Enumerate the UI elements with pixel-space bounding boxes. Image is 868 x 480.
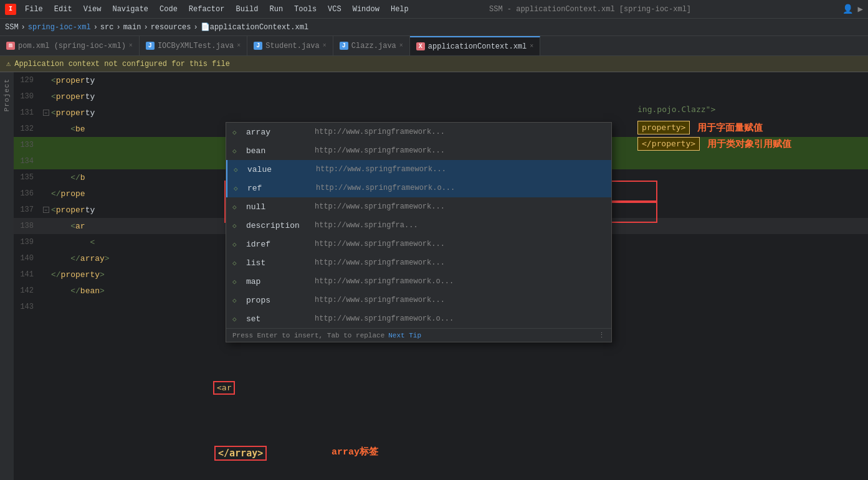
ac-name-props: props	[246, 296, 315, 305]
ac-url-null: http://www.springframework...	[315, 202, 445, 211]
ac-url-description: http://www.springfra...	[315, 221, 418, 230]
right-panel: property> 用于字面量赋值 </property> 用于类对象引用赋值 …	[637, 72, 868, 480]
ac-name-description: description	[246, 221, 315, 230]
right-134: </property> 用于类对象引用赋值	[637, 137, 868, 151]
ac-icon-value: ◇	[234, 164, 244, 174]
ac-item-props[interactable]: ◇ props http://www.springframework...	[226, 291, 611, 309]
footer-options[interactable]: ⋮	[598, 331, 605, 339]
ac-url-set: http://www.springframework.o...	[315, 314, 454, 323]
menu-view[interactable]: View	[79, 4, 107, 15]
breadcrumb-module[interactable]: spring-ioc-xml	[28, 23, 91, 32]
ac-name-idref: idref	[246, 240, 315, 249]
array-close-text: </array>	[218, 448, 263, 459]
tab-icon-pom: m	[6, 42, 15, 50]
tab-ioctest[interactable]: J IOCByXMLTest.java ×	[140, 36, 247, 55]
tab-student[interactable]: J Student.java ×	[247, 36, 333, 55]
sidebar-strip: Project	[0, 72, 14, 480]
right-132: ing.pojo.Clazz">	[637, 105, 868, 115]
line-num-135: 135	[16, 173, 41, 182]
menu-help[interactable]: Help	[386, 4, 414, 15]
tab-clazz[interactable]: J Clazz.java ×	[333, 36, 410, 55]
autocomplete-dropdown: ◇ array http://www.springframework... ◇ …	[226, 122, 612, 342]
ac-item-value[interactable]: ◇ value http://www.springframework...	[226, 160, 611, 179]
menu-code[interactable]: Code	[155, 4, 183, 15]
ref-comment: 用于类对象引用赋值	[707, 138, 791, 150]
ac-url-array: http://www.springframework...	[315, 128, 445, 136]
ac-item-set[interactable]: ◇ set http://www.springframework.o...	[226, 309, 611, 328]
ac-name-set: set	[246, 314, 315, 324]
menu-file[interactable]: File	[20, 4, 48, 15]
clazz-attr-val: ing.pojo.Clazz">	[637, 105, 715, 114]
tab-close-student[interactable]: ×	[323, 42, 327, 49]
fold-icon-137[interactable]: −	[43, 207, 49, 213]
ac-item-list[interactable]: ◇ list http://www.springframework...	[226, 253, 611, 272]
ac-url-bean: http://www.springframework...	[315, 146, 445, 155]
ac-item-null[interactable]: ◇ null http://www.springframework...	[226, 197, 611, 216]
tabs-bar: m pom.xml (spring-ioc-xml) × J IOCByXMLT…	[0, 36, 868, 56]
line-num-134: 134	[16, 157, 41, 166]
property-close-text: </property>	[642, 139, 695, 148]
ac-item-map[interactable]: ◇ map http://www.springframework.o...	[226, 272, 611, 291]
line-num-143: 143	[16, 303, 41, 311]
menu-run[interactable]: Run	[264, 4, 288, 15]
ac-name-map: map	[246, 277, 315, 286]
tab-close-pom[interactable]: ×	[129, 42, 133, 49]
ac-item-array[interactable]: ◇ array http://www.springframework...	[226, 123, 611, 141]
menu-navigate[interactable]: Navigate	[107, 4, 153, 15]
tab-icon-appcontext: X	[416, 42, 425, 50]
breadcrumb-main[interactable]: main	[123, 23, 141, 32]
ac-icon-list: ◇	[232, 258, 242, 268]
menu-vcs[interactable]: VCS	[323, 4, 346, 15]
breadcrumb-ssm[interactable]: SSM	[5, 23, 19, 32]
breadcrumb-filename[interactable]: applicationContext.xml	[210, 23, 308, 32]
warning-text: Application context not configured for t…	[14, 60, 230, 68]
ar-box: <ar	[213, 381, 235, 395]
menu-refactor[interactable]: Refactor	[184, 4, 230, 15]
fold-gutter-131: −	[41, 110, 51, 116]
tab-close-clazz[interactable]: ×	[399, 42, 403, 49]
ac-item-idref[interactable]: ◇ idref http://www.springframework...	[226, 235, 611, 253]
tab-close-appcontext[interactable]: ×	[530, 43, 533, 50]
ac-item-bean[interactable]: ◇ bean http://www.springframework...	[226, 141, 611, 160]
fold-gutter-137: −	[41, 207, 51, 213]
code-editor[interactable]: 129 <property 130 <property 131 − <prope…	[14, 72, 868, 480]
line-num-136: 136	[16, 189, 41, 198]
tab-close-ioctest[interactable]: ×	[237, 42, 241, 49]
ac-name-null: null	[246, 202, 315, 212]
tab-label-student: Student.java	[265, 42, 319, 50]
tab-appcontext[interactable]: X applicationContext.xml ×	[410, 36, 540, 55]
tab-icon-ioctest: J	[146, 42, 155, 50]
ac-url-ref: http://www.springframework.o...	[316, 184, 455, 192]
fold-icon-131[interactable]: −	[43, 110, 49, 116]
breadcrumb-src[interactable]: src	[100, 23, 114, 32]
menu-window[interactable]: Window	[348, 4, 384, 15]
footer-next-tip[interactable]: Next Tip	[388, 332, 421, 339]
menu-tools[interactable]: Tools	[289, 4, 322, 15]
autocomplete-footer: Press Enter to insert, Tab to replace Ne…	[226, 328, 611, 342]
footer-press-enter: Press Enter to insert, Tab to replace	[232, 332, 384, 339]
ar-text: <ar	[217, 383, 231, 392]
breadcrumb-resources[interactable]: resources	[151, 23, 191, 32]
ac-icon-description: ◇	[232, 220, 242, 230]
ac-url-idref: http://www.springframework...	[315, 240, 445, 248]
line-num-142: 142	[16, 286, 41, 295]
warning-icon: ⚠	[6, 59, 11, 68]
tab-icon-clazz: J	[340, 42, 348, 50]
menu-bar: File Edit View Navigate Code Refactor Bu…	[20, 4, 414, 15]
tab-label-pom: pom.xml (spring-ioc-xml)	[18, 42, 126, 50]
ac-name-ref: ref	[247, 184, 316, 193]
line-num-132: 132	[16, 125, 41, 133]
ac-icon-props: ◇	[232, 295, 242, 305]
menu-build[interactable]: Build	[231, 4, 263, 15]
ac-item-ref[interactable]: ◇ ref http://www.springframework.o...	[226, 179, 611, 197]
menu-edit[interactable]: Edit	[49, 4, 77, 15]
line-num-130: 130	[16, 92, 41, 101]
ac-url-map: http://www.springframework.o...	[315, 277, 454, 286]
tab-pom[interactable]: m pom.xml (spring-ioc-xml) ×	[0, 36, 140, 55]
line-num-138: 138	[16, 222, 41, 230]
ac-icon-bean: ◇	[232, 146, 242, 156]
property-open-text: property>	[642, 123, 685, 132]
literal-comment: 用于字面量赋值	[697, 122, 763, 134]
ac-item-description[interactable]: ◇ description http://www.springfra...	[226, 216, 611, 235]
ac-icon-null: ◇	[232, 202, 242, 212]
